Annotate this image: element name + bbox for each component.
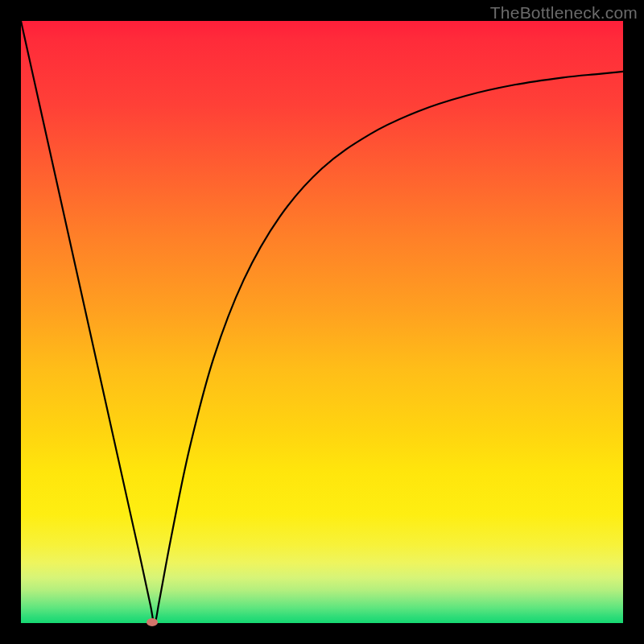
min-marker [147,618,158,626]
curve-svg [21,21,623,623]
watermark-text: TheBottleneck.com [490,3,638,23]
bottleneck-curve [21,21,623,623]
plot-area [21,21,623,623]
chart-frame: TheBottleneck.com [0,0,644,644]
